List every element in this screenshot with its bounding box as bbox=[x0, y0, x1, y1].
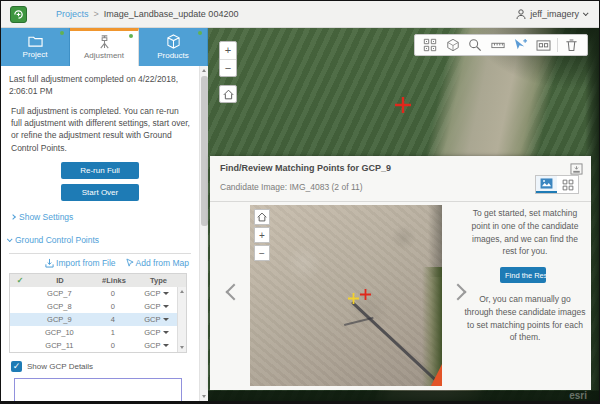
view-toggle-group bbox=[535, 175, 579, 194]
table-row-gcp8[interactable]: GCP_8 0 GCP bbox=[10, 300, 186, 313]
breadcrumb-separator: > bbox=[94, 9, 99, 19]
folder-icon bbox=[28, 34, 43, 48]
matching-points-panel: Find/Review Matching Points for GCP_9 Ca… bbox=[210, 156, 591, 390]
zoom-in-button[interactable]: + bbox=[220, 42, 236, 59]
table-scrollbar[interactable] bbox=[177, 287, 186, 352]
tab-adjustment[interactable]: Adjustment bbox=[70, 28, 139, 66]
map-toolbar bbox=[414, 34, 588, 56]
trash-icon bbox=[565, 38, 578, 52]
gcp-actions-row: Import from File Add from Map bbox=[1, 258, 189, 268]
search-button[interactable] bbox=[466, 36, 484, 54]
image-collection-button[interactable] bbox=[421, 36, 439, 54]
tab-products[interactable]: Products bbox=[139, 28, 208, 66]
status-dot bbox=[129, 34, 133, 38]
table-row-gcp10[interactable]: GCP_10 1 GCP bbox=[10, 326, 186, 339]
cell-links: 0 bbox=[89, 302, 136, 311]
table-row-gcp9-selected[interactable]: GCP_9 4 GCP bbox=[10, 313, 186, 326]
viewer-zoom-out-button[interactable]: − bbox=[254, 245, 270, 261]
delete-button[interactable] bbox=[563, 36, 581, 54]
cell-type-dropdown[interactable]: GCP bbox=[137, 289, 178, 298]
show-settings-toggle[interactable]: Show Settings bbox=[11, 212, 199, 222]
scroll-up-icon[interactable] bbox=[180, 290, 184, 293]
scroll-up-icon[interactable] bbox=[202, 69, 206, 72]
tab-label: Project bbox=[23, 50, 48, 59]
adjustment-panel: Last full adjustment completed on 4/22/2… bbox=[1, 66, 199, 401]
gcp-table: ✓ ID #Links Type GCP_7 0 GCP GCP_8 0 GCP bbox=[9, 273, 187, 353]
theodolite-icon bbox=[97, 34, 112, 49]
chevron-right-icon bbox=[10, 214, 16, 220]
toolbar-divider bbox=[557, 38, 558, 52]
basemap-icon bbox=[446, 38, 460, 52]
gcp-section-toggle[interactable]: Ground Control Points bbox=[7, 235, 199, 245]
tab-bar: Project Adjustment Products bbox=[1, 28, 208, 66]
show-settings-label: Show Settings bbox=[19, 212, 73, 222]
cell-id: GCP_9 bbox=[30, 315, 89, 324]
sidebar-scrollbar[interactable] bbox=[199, 66, 208, 401]
tab-label: Adjustment bbox=[84, 51, 124, 60]
table-row-gcp7[interactable]: GCP_7 0 GCP bbox=[10, 287, 186, 300]
tab-project[interactable]: Project bbox=[1, 28, 70, 66]
add-gcp-button[interactable] bbox=[512, 36, 530, 54]
map-canvas[interactable]: + − bbox=[208, 28, 599, 401]
rerun-full-button[interactable]: Re-run Full bbox=[61, 162, 139, 179]
single-image-view-button[interactable] bbox=[536, 176, 557, 193]
user-name: jeff_imagery bbox=[530, 9, 579, 19]
cell-links: 4 bbox=[89, 315, 136, 324]
photo-view-icon bbox=[540, 178, 553, 189]
adjustment-description: Full adjustment is completed. You can re… bbox=[11, 105, 191, 154]
app-window: Projects > Image_Landbase_update 004200 … bbox=[0, 0, 600, 404]
user-menu[interactable]: jeff_imagery bbox=[516, 9, 587, 20]
grid-view-button[interactable] bbox=[557, 176, 578, 193]
show-gcp-details-checkbox[interactable] bbox=[11, 361, 22, 372]
type-value: GCP bbox=[144, 315, 160, 324]
status-dot bbox=[198, 31, 202, 35]
breadcrumb-projects[interactable]: Projects bbox=[56, 9, 89, 19]
search-icon bbox=[468, 38, 482, 52]
cell-id: GCP_10 bbox=[30, 328, 89, 337]
gcp-marker-red-icon bbox=[395, 97, 411, 113]
import-label: Import from File bbox=[56, 258, 116, 268]
show-gcp-details-row: Show GCP Details bbox=[11, 361, 199, 372]
type-value: GCP bbox=[144, 289, 160, 298]
previous-image-button[interactable] bbox=[226, 284, 243, 301]
add-from-map-link[interactable]: Add from Map bbox=[126, 258, 189, 268]
compare-windows-button[interactable] bbox=[535, 36, 553, 54]
section-divider bbox=[9, 253, 191, 254]
status-dot bbox=[60, 31, 64, 35]
viewer-zoom-in-button[interactable]: + bbox=[254, 227, 270, 243]
viewer-home-button[interactable] bbox=[254, 209, 270, 225]
dropdown-caret-icon bbox=[163, 344, 169, 347]
start-over-button[interactable]: Start Over bbox=[61, 184, 139, 201]
cell-type-dropdown[interactable]: GCP bbox=[137, 341, 178, 350]
compare-windows-icon bbox=[536, 39, 551, 52]
instruction-column: To get started, set matching point in on… bbox=[464, 207, 586, 344]
dropdown-caret-icon bbox=[163, 331, 169, 334]
cell-type-dropdown[interactable]: GCP bbox=[137, 302, 178, 311]
candidate-image-viewer[interactable]: + − bbox=[250, 205, 442, 386]
scroll-down-icon[interactable] bbox=[202, 395, 206, 398]
image-collection-icon bbox=[423, 38, 437, 52]
import-from-file-link[interactable]: Import from File bbox=[45, 258, 116, 268]
cell-id: GCP_8 bbox=[30, 302, 89, 311]
show-gcp-details-label: Show GCP Details bbox=[27, 362, 93, 371]
scrollbar-thumb[interactable] bbox=[201, 76, 208, 226]
table-row-gcp11[interactable]: GCP_11 0 GCP bbox=[10, 339, 186, 352]
person-icon bbox=[516, 9, 526, 20]
measure-icon bbox=[491, 38, 505, 52]
cell-type-dropdown[interactable]: GCP bbox=[137, 328, 178, 337]
add-gcp-cursor-icon bbox=[513, 38, 528, 52]
instruction-start-text: To get started, set matching point in on… bbox=[464, 207, 586, 258]
home-icon bbox=[257, 212, 267, 222]
map-home-button[interactable] bbox=[219, 85, 237, 103]
measure-button[interactable] bbox=[489, 36, 507, 54]
dock-panel-icon bbox=[570, 163, 583, 175]
scroll-down-icon[interactable] bbox=[180, 346, 184, 349]
zoom-out-button[interactable]: − bbox=[220, 59, 236, 76]
type-value: GCP bbox=[144, 302, 160, 311]
gcp-marker-red-small-icon bbox=[360, 289, 371, 300]
basemap-button[interactable] bbox=[444, 36, 462, 54]
dropdown-caret-icon bbox=[163, 292, 169, 295]
app-header: Projects > Image_Landbase_update 004200 … bbox=[1, 1, 599, 28]
cell-type-dropdown[interactable]: GCP bbox=[137, 315, 178, 324]
find-the-rest-button[interactable]: Find the Rest bbox=[500, 267, 546, 283]
